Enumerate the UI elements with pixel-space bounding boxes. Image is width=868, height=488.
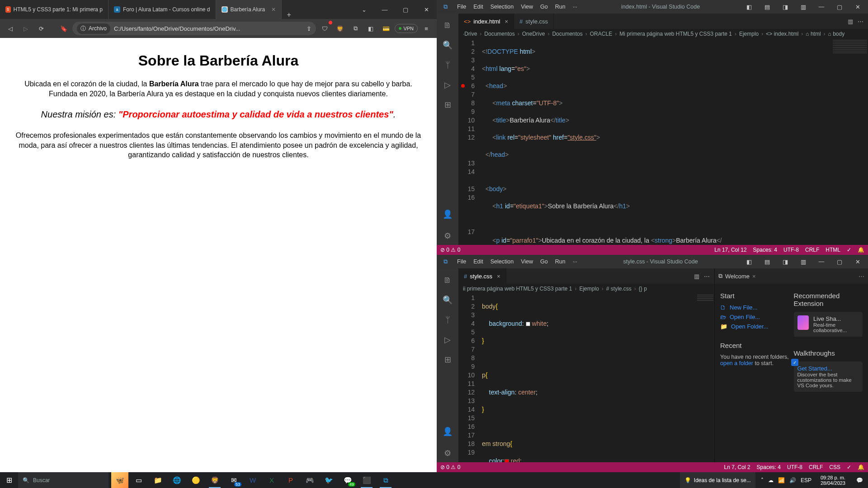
news-icon[interactable]: 🦋 <box>111 472 128 488</box>
extensions-icon[interactable]: ⊞ <box>437 96 458 114</box>
minimap[interactable] <box>832 39 868 245</box>
chevron-up-icon[interactable]: ˄ <box>761 477 764 483</box>
recommended-extension-card[interactable]: Live Sha... Real-time collaborative... <box>794 312 863 337</box>
word-icon[interactable]: W <box>244 472 261 488</box>
breadcrumb[interactable]: ·Drive› Documentos› OneDrive› Documentos… <box>458 29 868 39</box>
gear-icon[interactable]: ⚙ <box>437 444 458 462</box>
layout-panel-icon[interactable]: ▤ <box>759 255 776 268</box>
close-icon[interactable]: ✕ <box>416 0 437 19</box>
layout-sidebar-icon[interactable]: ◧ <box>741 0 758 14</box>
menu-go[interactable]: Go <box>537 2 551 12</box>
menu-selection[interactable]: Selection <box>487 257 517 267</box>
wifi-icon[interactable]: 📶 <box>778 477 785 483</box>
maximize-icon[interactable]: ▢ <box>395 0 416 19</box>
layout-secondary-icon[interactable]: ◨ <box>777 0 794 14</box>
run-debug-icon[interactable]: ▷ <box>437 76 458 94</box>
extensions-icon[interactable]: ⊞ <box>437 351 458 369</box>
menu-view[interactable]: View <box>518 2 536 12</box>
layout-sidebar-icon[interactable]: ◧ <box>741 255 758 268</box>
status-prettier-icon[interactable]: ✓ <box>847 247 851 253</box>
more-icon[interactable]: ⋯ <box>858 18 863 25</box>
status-cursor[interactable]: Ln 7, Col 2 <box>724 464 750 470</box>
menu-run[interactable]: Run <box>552 2 569 12</box>
language-indicator[interactable]: ESP <box>801 477 811 483</box>
status-lang[interactable]: HTML <box>826 247 840 253</box>
close-icon[interactable]: ✕ <box>849 255 866 268</box>
sublime-icon[interactable]: ⬛ <box>358 472 375 488</box>
explorer-icon[interactable]: 🗎 <box>437 16 458 34</box>
editor-tab-index-html[interactable]: <>index.html× <box>458 14 514 29</box>
menu-more[interactable]: ··· <box>570 257 580 267</box>
maximize-icon[interactable]: ▢ <box>831 255 848 268</box>
welcome-tab[interactable]: ⧉ Welcome <box>718 272 750 280</box>
clock[interactable]: 09:28 p. m. 28/04/2023 <box>817 475 849 486</box>
source-control-icon[interactable]: ᛘ <box>437 56 458 74</box>
menu-more[interactable]: ··· <box>570 2 580 12</box>
chrome-icon[interactable]: 🟡 <box>187 472 204 488</box>
open-folder-link[interactable]: 📁Open Folder... <box>720 323 789 330</box>
source-control-icon[interactable]: ᛘ <box>437 311 458 329</box>
menu-selection[interactable]: Selection <box>487 2 517 12</box>
excel-icon[interactable]: X <box>263 472 280 488</box>
problems[interactable]: ⊘ 0 ⚠ 0 <box>440 247 460 253</box>
reload-icon[interactable]: ⟳ <box>34 22 48 35</box>
minimize-icon[interactable]: ― <box>813 0 830 14</box>
brave-shield-icon[interactable]: 🛡 <box>318 22 331 35</box>
layout-panel-icon[interactable]: ▤ <box>759 0 776 14</box>
walkthrough-card[interactable]: ✓ Get Started... Discover the best custo… <box>794 361 863 392</box>
status-eol[interactable]: CRLF <box>809 464 823 470</box>
edge-icon[interactable]: 🌐 <box>168 472 185 488</box>
code-editor[interactable]: 123456789101112 1314 1516 17 <!DOCTYPE h… <box>458 39 868 245</box>
nav-forward-icon[interactable]: ▷ <box>19 22 33 35</box>
search-icon[interactable]: 🔍 <box>437 291 458 309</box>
menu-view[interactable]: View <box>518 257 536 267</box>
close-tab-icon[interactable]: × <box>752 273 756 280</box>
bell-icon[interactable]: 🔔 <box>858 464 864 470</box>
open-folder-inline-link[interactable]: open a folder <box>720 360 753 366</box>
minimize-icon[interactable]: ― <box>374 0 395 19</box>
accounts-icon[interactable]: 👤 <box>437 422 458 441</box>
chevron-down-icon[interactable]: ⌄ <box>354 0 374 19</box>
menu-icon[interactable]: ≡ <box>420 22 433 35</box>
menu-file[interactable]: File <box>454 257 469 267</box>
close-icon[interactable]: ✕ <box>849 0 866 14</box>
status-cursor[interactable]: Ln 17, Col 12 <box>714 247 746 253</box>
nav-back-icon[interactable]: ◁ <box>4 22 17 35</box>
split-editor-icon[interactable]: ▥ <box>848 18 853 25</box>
taskbar-search[interactable]: 🔍 Buscar <box>18 472 108 488</box>
file-explorer-icon[interactable]: 📁 <box>149 472 166 488</box>
more-icon[interactable]: ⋯ <box>704 273 710 280</box>
whatsapp-icon[interactable]: 💬49 <box>339 472 356 488</box>
browser-tab[interactable]: aForo | Alura Latam - Cursos online d <box>108 0 216 19</box>
layout-toggle-icon[interactable]: ▥ <box>795 0 812 14</box>
menu-edit[interactable]: Edit <box>470 257 486 267</box>
more-icon[interactable]: ⋯ <box>859 273 864 280</box>
open-file-link[interactable]: 🗁Open File... <box>720 314 789 320</box>
minimize-icon[interactable]: ― <box>813 255 830 268</box>
vpn-button[interactable]: VPN <box>395 24 418 33</box>
wallet-icon[interactable]: 💳 <box>379 22 393 35</box>
split-editor-icon[interactable]: ▥ <box>694 273 699 280</box>
news-widget[interactable]: 💡Ideas de la lista de se... <box>680 472 755 488</box>
share-icon[interactable]: ⇪ <box>307 25 311 32</box>
layout-secondary-icon[interactable]: ◨ <box>777 255 794 268</box>
minimap[interactable] <box>696 294 714 462</box>
onedrive-icon[interactable]: ☁ <box>768 477 774 483</box>
maximize-icon[interactable]: ▢ <box>831 0 848 14</box>
status-eol[interactable]: CRLF <box>805 247 819 253</box>
reader-icon[interactable]: ⧉ <box>349 22 362 35</box>
close-tab-icon[interactable]: × <box>497 273 500 280</box>
powerpoint-icon[interactable]: P <box>282 472 299 488</box>
close-tab-icon[interactable]: × <box>505 18 508 25</box>
status-prettier-icon[interactable]: ✓ <box>847 464 851 470</box>
appx-icon[interactable]: 🐦 <box>320 472 337 488</box>
new-tab-button[interactable]: + <box>282 11 296 19</box>
vscode-icon[interactable]: ⧉ <box>377 472 394 488</box>
taskview-icon[interactable]: ▭ <box>130 472 147 488</box>
code-editor[interactable]: 12345678910111213141516171819 body{ back… <box>458 294 714 462</box>
status-spaces[interactable]: Spaces: 4 <box>753 247 777 253</box>
layout-toggle-icon[interactable]: ▥ <box>795 255 812 268</box>
volume-icon[interactable]: 🔊 <box>789 477 796 483</box>
search-icon[interactable]: 🔍 <box>437 36 458 54</box>
brave-lion-icon[interactable]: 🦁 <box>333 22 347 35</box>
